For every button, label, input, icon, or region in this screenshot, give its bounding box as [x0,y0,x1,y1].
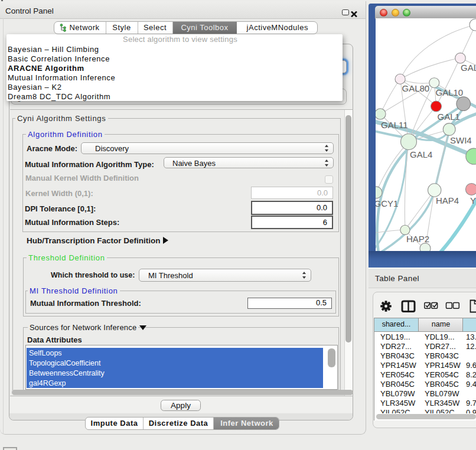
svg-text:GAL11: GAL11 [381,120,408,130]
svg-text:SWI4: SWI4 [450,135,472,145]
svg-text:HAP4: HAP4 [436,195,459,206]
svg-text:GAL4: GAL4 [410,149,432,159]
svg-text:Y: Y [470,195,476,206]
svg-text:GAL80: GAL80 [402,83,430,93]
svg-text:HAP2: HAP2 [406,234,429,244]
svg-text:GAL1: GAL1 [438,112,460,122]
svg-text:GCY1: GCY1 [376,198,398,208]
svg-text:GAL2: GAL2 [461,63,476,73]
svg-text:GAL10: GAL10 [436,87,464,97]
